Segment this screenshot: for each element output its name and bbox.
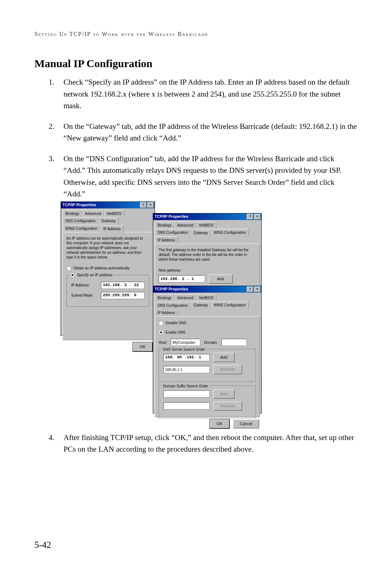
input-domain-suffix[interactable]	[163, 390, 210, 398]
help-icon[interactable]: ?	[247, 214, 253, 220]
tab-wins[interactable]: WINS Configuration	[62, 225, 100, 232]
tab-ip-address[interactable]: IP Address	[155, 309, 178, 317]
tab-netbios[interactable]: NetBIOS	[196, 221, 216, 229]
input-host[interactable]: MyComputer	[171, 339, 200, 346]
step-3: On the “DNS Configuration” tab, add the …	[56, 153, 358, 423]
input-subnet-mask[interactable]: 255.255.255. 0	[101, 292, 144, 299]
screenshots-figure: TCP/IP Properties ? × Bindings Advanced …	[61, 201, 274, 423]
tab-advanced[interactable]: Advanced	[174, 221, 196, 229]
tab-row-1: Bindings Advanced NetBIOS	[62, 210, 153, 217]
input-domain[interactable]	[221, 339, 247, 346]
tab-gateway[interactable]: Gateway	[98, 217, 118, 225]
radio-icon	[70, 273, 75, 277]
label-mask: Subnet Mask:	[71, 293, 97, 298]
label-domain: Domain:	[204, 340, 217, 346]
titlebar: TCP/IP Properties ? ×	[61, 202, 155, 208]
tab-netbios[interactable]: NetBIOS	[196, 294, 216, 302]
close-icon[interactable]: ×	[147, 202, 154, 208]
step-2: On the “Gateway” tab, add the IP address…	[56, 121, 358, 144]
radio-enable-dns[interactable]: Enable DNS	[159, 330, 256, 335]
cancel-button[interactable]: Cancel	[233, 419, 259, 428]
section-heading: Manual IP Configuration	[34, 57, 358, 70]
tab-gateway[interactable]: Gateway	[191, 229, 211, 237]
domain-suffix-group: Domain Suffix Search Order Add Remove	[159, 386, 256, 418]
close-icon[interactable]: ×	[254, 286, 261, 292]
running-header: Setting Up TCP/IP to Work with the Wirel…	[34, 31, 358, 37]
radio-obtain-auto[interactable]: Obtain an IP address automatically	[66, 265, 149, 271]
dialog-title: TCP/IP Properties	[155, 286, 188, 292]
dialog-ip-address: TCP/IP Properties ? × Bindings Advanced …	[61, 201, 155, 336]
page-number: 5-42	[34, 540, 51, 550]
tab-dns-config[interactable]: DNS Configuration	[155, 302, 191, 310]
dialog-title: TCP/IP Properties	[155, 213, 188, 220]
suffix-list[interactable]	[163, 402, 210, 410]
remove-button[interactable]: Remove	[213, 402, 242, 411]
ip-info-text: An IP address can be automatically assig…	[66, 236, 149, 260]
label-ip: IP Address:	[71, 282, 97, 288]
add-button[interactable]: Add	[209, 274, 233, 284]
tab-dns-config[interactable]: DNS Configuration	[62, 217, 98, 225]
radio-icon	[159, 330, 163, 335]
tab-gateway[interactable]: Gateway	[191, 301, 211, 309]
step-1: Check “Specify an IP address” on the IP …	[56, 76, 358, 112]
radio-specify[interactable]: Specify an IP address:	[69, 272, 114, 278]
dialog-dns-config: TCP/IP Properties ? × Bindings Advanced …	[153, 286, 262, 414]
help-icon[interactable]: ?	[140, 202, 147, 208]
radio-icon	[159, 321, 163, 326]
tab-row-2: DNS Configuration Gateway WINS Configura…	[62, 217, 153, 232]
help-icon[interactable]: ?	[247, 286, 253, 292]
tab-bindings[interactable]: Bindings	[62, 210, 82, 217]
input-dns-server[interactable]: 168. 95 .192. 1	[163, 354, 210, 361]
remove-button[interactable]: Remove	[213, 365, 242, 374]
label-host: Host:	[159, 340, 167, 346]
radio-disable-dns[interactable]: Disable DNS	[159, 320, 256, 326]
dialog-gateway: TCP/IP Properties ? × Bindings Advanced …	[153, 213, 262, 291]
gateway-info-text: The first gateway in the Installed Gatew…	[159, 248, 256, 262]
add-button[interactable]: Add	[213, 353, 234, 362]
dialog-title: TCP/IP Properties	[62, 202, 96, 208]
step-4: After finishing TCP/IP setup, click “OK,…	[56, 432, 358, 455]
ok-button[interactable]: OK	[133, 342, 152, 351]
radio-icon	[66, 266, 71, 271]
steps-list: Check “Specify an IP address” on the IP …	[56, 76, 358, 455]
dns-search-order-group: DNS Server Search Order 168. 95 .192. 1 …	[159, 349, 256, 382]
close-icon[interactable]: ×	[254, 214, 261, 220]
label-new-gateway: New gateway:	[159, 268, 256, 273]
tab-wins[interactable]: WINS Configuration	[211, 229, 249, 236]
tab-advanced[interactable]: Advanced	[82, 210, 104, 217]
input-ip-address[interactable]: 192.168. 2 . 22	[101, 282, 144, 289]
dns-server-list[interactable]: 168.95.1.1	[163, 366, 210, 373]
input-new-gateway[interactable]: 192.168. 2 . 1	[159, 275, 205, 282]
tab-wins[interactable]: WINS Configuration	[211, 301, 249, 309]
tab-bindings[interactable]: Bindings	[155, 294, 174, 302]
tab-dns-config[interactable]: DNS Configuration	[155, 229, 191, 236]
tab-ip-address[interactable]: IP Address	[155, 236, 178, 244]
ok-button[interactable]: OK	[210, 419, 229, 428]
tab-advanced[interactable]: Advanced	[174, 294, 196, 302]
specify-ip-group: Specify an IP address: IP Address: 192.1…	[66, 275, 149, 307]
tab-ip-address[interactable]: IP Address	[100, 225, 123, 233]
tab-netbios[interactable]: NetBIOS	[104, 210, 124, 217]
add-button[interactable]: Add	[213, 390, 234, 399]
tab-bindings[interactable]: Bindings	[155, 221, 174, 229]
